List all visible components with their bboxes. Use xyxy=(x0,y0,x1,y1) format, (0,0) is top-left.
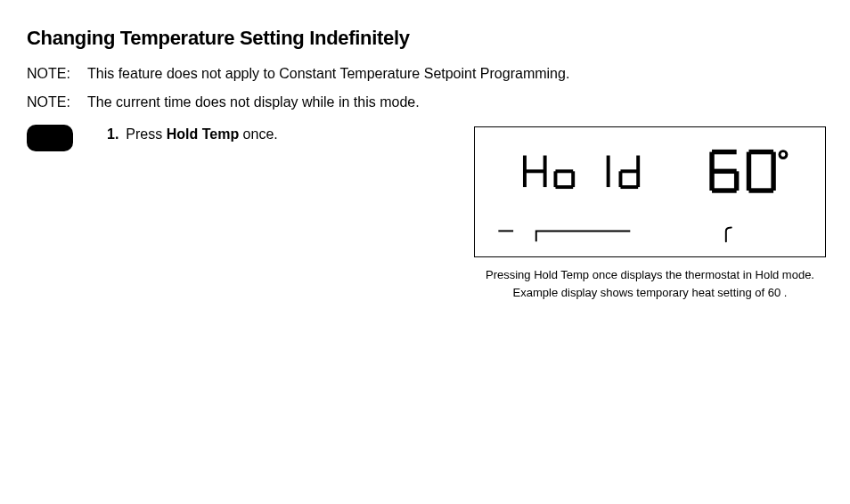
caption-line-1: Pressing Hold Temp once displays the the… xyxy=(486,268,814,281)
step-bold: Hold Temp xyxy=(167,126,239,142)
note-row-1: NOTE: This feature does not apply to Con… xyxy=(27,66,823,82)
hold-temp-button-icon xyxy=(27,125,73,151)
note-text: This feature does not apply to Constant … xyxy=(87,66,823,82)
lcd-screen-icon xyxy=(475,127,825,256)
note-row-2: NOTE: The current time does not display … xyxy=(27,94,823,110)
thermostat-display xyxy=(474,126,826,257)
step-prefix: Press xyxy=(126,126,166,142)
page-title: Changing Temperature Setting Indefinitel… xyxy=(27,27,823,50)
step-number: 1. xyxy=(107,126,119,142)
note-label: NOTE: xyxy=(27,66,87,82)
caption-line-2: Example display shows temporary heat set… xyxy=(513,286,788,299)
step-1: 1. Press Hold Temp once. xyxy=(107,126,278,142)
note-label: NOTE: xyxy=(27,94,87,110)
step-text: Press Hold Temp once. xyxy=(126,126,277,142)
display-caption: Pressing Hold Temp once displays the the… xyxy=(474,266,826,301)
svg-point-21 xyxy=(780,151,787,159)
note-text: The current time does not display while … xyxy=(87,94,823,110)
step-suffix: once. xyxy=(239,126,278,142)
